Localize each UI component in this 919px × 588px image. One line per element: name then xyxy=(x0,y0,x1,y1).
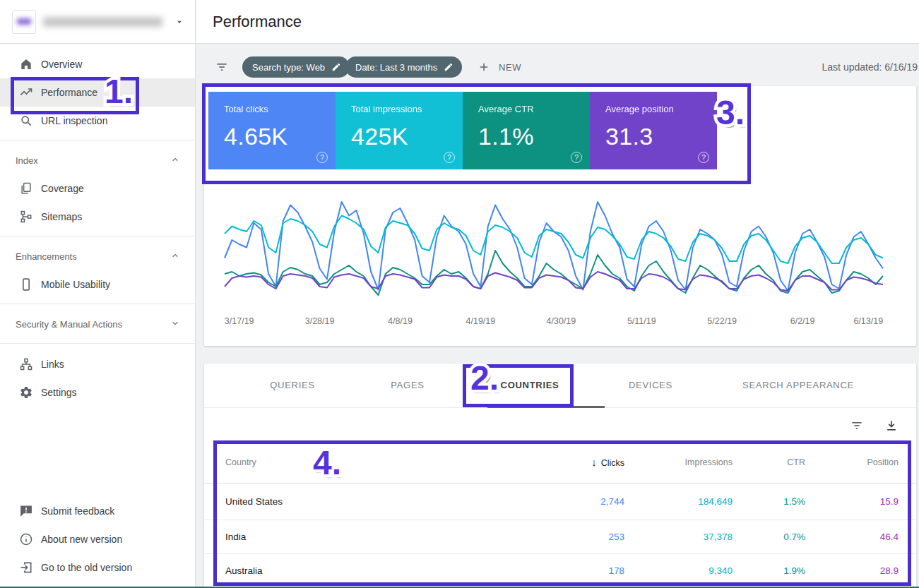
property-selector[interactable] xyxy=(0,0,195,44)
mobile-icon xyxy=(19,277,33,292)
performance-chart-card: Total clicks 4.65K ?Total impressions 42… xyxy=(204,86,916,346)
cell-position: 15.9 xyxy=(805,496,899,507)
chevron-down-icon xyxy=(170,318,181,331)
sort-desc-icon: ↓ xyxy=(591,456,597,468)
performance-icon xyxy=(19,85,33,100)
sidebar-item-mobile-usability[interactable]: Mobile Usability xyxy=(0,270,195,299)
help-icon[interactable]: ? xyxy=(571,152,582,163)
sidebar-item-coverage[interactable]: Coverage xyxy=(0,174,195,203)
property-logo-blurred xyxy=(17,18,31,25)
sidebar-item-about-new-version[interactable]: About new version xyxy=(0,525,195,553)
tab-queries[interactable]: QUERIES xyxy=(270,364,314,406)
sidebar-item-label: Links xyxy=(41,359,64,370)
sidebar-item-settings[interactable]: Settings xyxy=(0,378,195,407)
chart-x-label: 5/22/19 xyxy=(707,316,737,326)
column-header-impressions[interactable]: Impressions xyxy=(624,457,733,467)
cell-ctr: 0.7% xyxy=(733,532,805,542)
dimensions-table-card: QUERIESPAGESCOUNTRIESDEVICESSEARCH APPEA… xyxy=(204,364,916,588)
help-icon[interactable]: ? xyxy=(698,152,709,163)
new-filter-button[interactable]: NEW xyxy=(478,56,521,78)
metric-label: Average position xyxy=(605,104,717,114)
new-filter-label: NEW xyxy=(499,62,521,73)
table-row-india[interactable]: India 253 37,378 0.7% 46.4 xyxy=(204,520,916,554)
exit-icon xyxy=(19,560,33,575)
sidebar-item-label: Coverage xyxy=(41,183,84,194)
date-range-chip[interactable]: Date: Last 3 months xyxy=(345,56,462,78)
chart-x-label: 6/13/19 xyxy=(853,316,883,326)
sidebar-section-label: Security & Manual Actions xyxy=(16,319,122,330)
metric-tile-average-ctr[interactable]: Average CTR 1.1% ? xyxy=(463,92,590,169)
chart-line-impressions xyxy=(225,216,883,264)
filter-icon[interactable] xyxy=(215,60,229,77)
metric-value: 4.65K xyxy=(224,123,336,150)
chevron-up-icon xyxy=(170,154,181,167)
search-type-chip[interactable]: Search type: Web xyxy=(242,56,350,78)
sidebar-item-links[interactable]: Links xyxy=(0,350,195,378)
dropdown-caret-icon xyxy=(175,18,184,26)
metric-tile-total-impressions[interactable]: Total impressions 425K ? xyxy=(336,92,463,169)
plus-icon xyxy=(478,61,490,73)
sidebar-item-label: Settings xyxy=(41,387,77,398)
home-icon xyxy=(19,57,33,71)
sidebar-item-performance[interactable]: Performance xyxy=(0,78,195,107)
column-header-ctr[interactable]: CTR xyxy=(733,457,805,467)
metric-value: 31.3 xyxy=(605,123,717,150)
metric-tile-total-clicks[interactable]: Total clicks 4.65K ? xyxy=(208,92,336,169)
metric-label: Total clicks xyxy=(224,104,336,114)
sidebar-item-overview[interactable]: Overview xyxy=(0,50,195,78)
metric-tile-average-position[interactable]: Average position 31.3 ? xyxy=(590,92,717,169)
cell-clicks: 2,744 xyxy=(540,496,624,507)
metric-label: Total impressions xyxy=(351,104,463,114)
sidebar-section-label: Index xyxy=(16,155,38,166)
search-icon xyxy=(19,114,33,128)
sidebar-item-submit-feedback[interactable]: Submit feedback xyxy=(0,497,195,525)
cell-ctr: 1.5% xyxy=(733,496,805,507)
sidebar-item-label: Mobile Usability xyxy=(41,279,110,290)
sidebar-divider xyxy=(0,304,195,304)
cell-country: United States xyxy=(225,496,540,507)
last-updated-text: Last updated: 6/16/19 xyxy=(822,44,918,90)
feedback-icon xyxy=(19,504,33,518)
sidebar-section-security[interactable]: Security & Manual Actions xyxy=(0,310,195,338)
sidebar-item-sitemaps[interactable]: Sitemaps xyxy=(0,203,195,231)
sidebar-item-url-inspection[interactable]: URL inspection xyxy=(0,107,195,135)
sidebar-section-enhancements[interactable]: Enhancements xyxy=(0,242,195,270)
sidebar-item-label: Performance xyxy=(41,87,97,98)
sidebar-section-index[interactable]: Index xyxy=(0,146,195,174)
tab-devices[interactable]: DEVICES xyxy=(629,364,672,406)
cell-ctr: 1.9% xyxy=(733,565,805,576)
tab-search-appearance[interactable]: SEARCH APPEARANCE xyxy=(742,364,854,406)
table-row-united-states[interactable]: United States 2,744 184,649 1.5% 15.9 xyxy=(204,484,916,520)
column-header-position[interactable]: Position xyxy=(805,457,899,467)
help-icon[interactable]: ? xyxy=(444,152,455,163)
date-range-chip-label: Date: Last 3 months xyxy=(355,62,437,73)
metric-label: Average CTR xyxy=(478,104,590,114)
countries-table: Country ↓Clicks Impressions CTR Position… xyxy=(204,441,916,588)
cell-impressions: 184,649 xyxy=(624,496,733,507)
coverage-icon xyxy=(19,181,33,196)
column-header-clicks[interactable]: ↓Clicks xyxy=(540,456,624,468)
cell-impressions: 37,378 xyxy=(624,532,733,542)
sidebar-item-go-to-the-old-version[interactable]: Go to the old version xyxy=(0,553,195,582)
cell-impressions: 9,340 xyxy=(624,565,733,576)
chart-x-label: 3/28/19 xyxy=(305,316,335,326)
sidebar-item-label: About new version xyxy=(41,534,122,545)
sidebar-item-label: URL inspection xyxy=(41,115,107,126)
help-icon[interactable]: ? xyxy=(316,152,328,163)
active-tab-indicator xyxy=(487,406,605,408)
tab-countries[interactable]: COUNTRIES xyxy=(501,364,559,406)
sidebar: OverviewPerformanceURL inspection IndexC… xyxy=(0,0,196,588)
download-icon[interactable] xyxy=(884,419,899,436)
column-header-country[interactable]: Country xyxy=(225,457,540,467)
chart-x-label: 6/2/19 xyxy=(790,316,815,326)
tab-pages[interactable]: PAGES xyxy=(391,364,424,406)
sidebar-item-label: Sitemaps xyxy=(41,211,82,222)
chart-x-label: 3/17/19 xyxy=(225,316,254,326)
table-row-australia[interactable]: Australia 178 9,340 1.9% 28.9 xyxy=(204,554,916,588)
chart-x-label: 4/19/19 xyxy=(466,316,496,326)
cell-country: Australia xyxy=(225,565,540,576)
table-filter-icon[interactable] xyxy=(850,419,864,436)
edit-pencil-icon xyxy=(331,62,341,72)
property-logo xyxy=(12,10,36,34)
performance-line-chart[interactable]: 3/17/193/28/194/8/194/19/194/30/195/11/1… xyxy=(204,185,916,333)
